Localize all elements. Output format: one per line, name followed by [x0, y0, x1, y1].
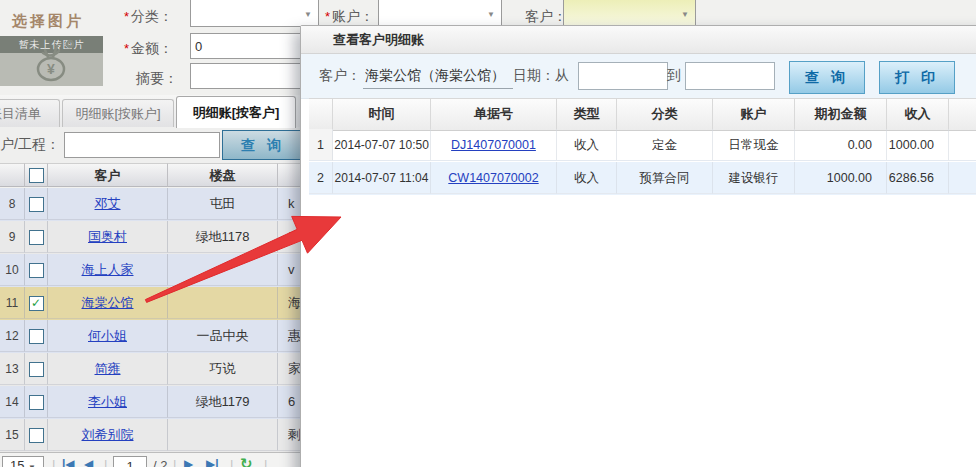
dialog-query-button[interactable]: 查 询 [789, 61, 865, 94]
ledger-row[interactable]: 2 2014-07-07 11:04 CW1407070002 收入 预算合同 … [309, 162, 976, 195]
row-checkbox[interactable] [29, 230, 44, 245]
select-all-checkbox[interactable] [29, 168, 44, 183]
row-checkbox-checked[interactable]: ✓ [29, 296, 44, 311]
document-link[interactable]: CW1407070002 [448, 171, 538, 185]
app-window: 选择图片 ¥ 暂未上传图片 *分类： ▼ *账户： ▼ 客户： ▼ *金额： 摘… [0, 0, 976, 467]
image-picker-title: 选择图片 [12, 12, 84, 31]
chevron-down-icon: ▼ [304, 10, 312, 19]
chevron-down-icon: ▼ [681, 10, 689, 19]
table-row[interactable]: 15 刘希别院 剩 [0, 419, 340, 452]
dialog-customer-label: 客户： [319, 67, 361, 85]
date-from-input[interactable] [578, 62, 668, 90]
chevron-down-icon: ▼ [487, 10, 495, 19]
customer-link[interactable]: 国奥村 [88, 229, 127, 244]
dialog-print-button[interactable]: 打 印 [879, 61, 955, 94]
row-checkbox[interactable] [29, 329, 44, 344]
tab-detail-by-customer[interactable]: 明细账[按客户] [176, 96, 296, 128]
required-mark: * [124, 9, 129, 24]
row-checkbox[interactable] [29, 197, 44, 212]
account-label: *账户： [325, 6, 374, 26]
next-page-icon[interactable]: ▶ [184, 457, 193, 467]
last-page-icon[interactable]: ▶| [206, 457, 219, 467]
ledger-header-row: 时间 单据号 类型 分类 账户 期初金额 收入 支出 [309, 98, 976, 131]
dialog-title: 查看客户明细账 [301, 26, 976, 54]
customer-column-header: 客户 [48, 163, 168, 187]
table-row[interactable]: 13 简雍 巧说 家 [0, 353, 340, 386]
customer-link[interactable]: 邓艾 [95, 196, 121, 211]
table-row[interactable]: 8 邓艾 屯田 k [0, 188, 340, 221]
total-pages-label: / 2 [153, 458, 167, 467]
table-row[interactable]: 12 何小姐 一品中央 惠 [0, 320, 340, 353]
row-checkbox[interactable] [29, 263, 44, 278]
category-label: *分类： [124, 6, 173, 26]
row-checkbox[interactable] [29, 395, 44, 410]
current-page-input[interactable] [113, 456, 147, 467]
customer-link[interactable]: 海上人家 [82, 262, 134, 277]
table-row[interactable]: 14 李小姐 绿地1179 6 [0, 386, 340, 419]
tab-detail-by-account[interactable]: 明细账[按账户] [62, 99, 174, 127]
page-size-select[interactable]: 15 ▼ [2, 456, 44, 467]
table-row-selected[interactable]: 11 ✓ 海棠公馆 海 [0, 287, 340, 320]
customer-label: 客户： [525, 6, 567, 26]
row-number-header [0, 163, 25, 187]
image-placeholder[interactable]: ¥ 暂未上传图片 [0, 36, 103, 86]
table-row[interactable]: 10 海上人家 v [0, 254, 340, 287]
amount-label: *金额： [124, 38, 173, 58]
money-bag-icon: ¥ [26, 38, 76, 84]
summary-label: 摘要： [136, 68, 178, 88]
customer-search-input[interactable] [64, 132, 220, 158]
row-checkbox[interactable] [29, 428, 44, 443]
first-page-icon[interactable]: |◀ [62, 457, 75, 467]
ledger-row[interactable]: 1 2014-07-07 10:50 DJ1407070001 收入 定金 日常… [309, 129, 976, 162]
dialog-customer-value: 海棠公馆（海棠公馆） [363, 67, 513, 89]
table-row[interactable]: 9 国奥村 绿地1178 f [0, 221, 340, 254]
date-to-label: 到 [667, 67, 681, 85]
date-to-input[interactable] [685, 62, 775, 90]
document-link[interactable]: DJ1407070001 [451, 138, 536, 152]
refresh-icon[interactable]: ↻ [240, 455, 253, 467]
customer-link[interactable]: 何小姐 [88, 328, 127, 343]
building-column-header: 楼盘 [168, 163, 278, 187]
dialog-filter-row: 客户： 海棠公馆（海棠公馆） 日期：从 到 查 询 打 印 [301, 54, 976, 99]
search-query-button[interactable]: 查 询 [222, 130, 304, 160]
customer-link[interactable]: 刘希别院 [82, 427, 134, 442]
search-label: 客户/工程： [0, 136, 60, 154]
prev-page-icon[interactable]: ◀ [84, 457, 93, 467]
tab-account-list[interactable]: 账目清单 [0, 99, 60, 127]
row-checkbox[interactable] [29, 362, 44, 377]
customer-link[interactable]: 海棠公馆 [82, 295, 134, 310]
customer-link[interactable]: 简雍 [95, 361, 121, 376]
customer-link[interactable]: 李小姐 [88, 394, 127, 409]
customer-detail-dialog: 查看客户明细账 客户： 海棠公馆（海棠公馆） 日期：从 到 查 询 打 印 时间… [300, 25, 976, 467]
category-dropdown[interactable]: ▼ [190, 0, 319, 27]
select-all-header [25, 163, 48, 187]
customer-dropdown[interactable]: ▼ [563, 0, 696, 27]
account-dropdown[interactable]: ▼ [378, 0, 502, 27]
svg-text:¥: ¥ [47, 61, 55, 77]
ledger-num-header [309, 99, 333, 129]
chevron-down-icon: ▼ [28, 463, 36, 467]
date-from-label: 日期：从 [513, 67, 569, 85]
